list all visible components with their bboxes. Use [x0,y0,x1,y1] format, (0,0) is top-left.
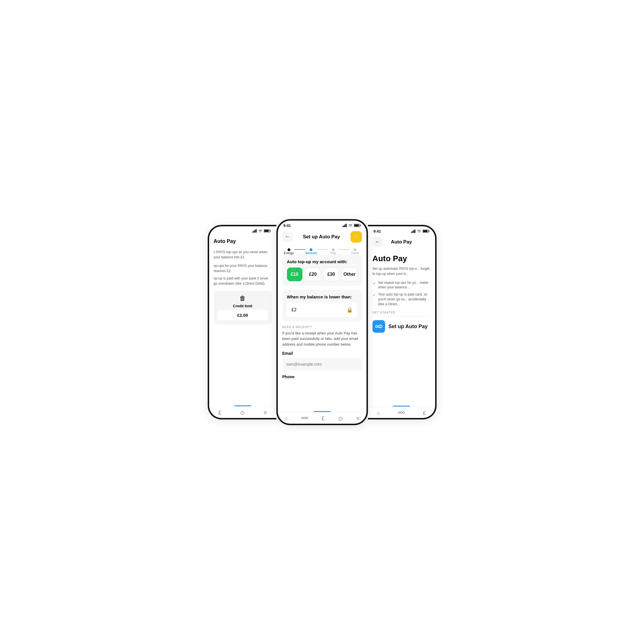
topup-card-title: Auto top-up my account with: [287,259,357,264]
center-battery-icon [354,224,361,227]
connector-3 [339,249,350,250]
step-amount-label: Amount [305,251,317,255]
left-nav-menu[interactable]: ≡ [263,409,267,416]
center-nav-header: ← Set up Auto Pay ⚡ [278,229,366,245]
topup-card: Auto top-up my account with: £10 £20 £30… [282,255,362,286]
step-done-label: Done [351,251,359,255]
right-status-icons [411,229,429,233]
center-back-button[interactable]: ← [282,232,293,242]
svg-rect-3 [256,229,257,233]
center-signal-icon [342,224,347,227]
svg-point-12 [350,226,350,227]
svg-point-17 [304,417,306,419]
svg-rect-7 [264,230,269,232]
right-wifi-icon [417,229,421,233]
svg-rect-11 [346,224,347,227]
left-content: Auto Pay c PAYG top-ups so you never whe… [209,234,276,329]
amount-10-button[interactable]: £10 [287,267,302,281]
divider [372,316,431,317]
right-nav-pound[interactable]: £ [423,410,426,416]
center-nav-activity[interactable] [301,415,308,422]
center-nav-home[interactable]: ⌂ [284,415,288,422]
step-done: Done [350,248,360,255]
svg-rect-28 [423,230,427,232]
svg-rect-21 [411,232,412,233]
email-label: Email [282,351,362,356]
center-content: Auto top-up my account with: £10 £20 £30… [278,255,366,410]
autopay-desc: Set up automatic PAYG top-u... forget to… [372,266,431,276]
right-time: 9:41 [374,229,381,233]
left-feature2: op-up is paid with your bank ll never go… [214,276,272,286]
center-phone: 9:41 [276,219,368,425]
step-amount: Amount [305,248,317,255]
svg-point-31 [403,412,405,413]
amount-buttons: £10 £20 £30 Other [287,267,357,281]
connector-2 [317,249,328,250]
get-started-label: GET STARTED [372,311,431,314]
svg-rect-23 [413,230,414,233]
email-input[interactable] [282,358,362,370]
center-status-bar: 9:41 [278,221,366,229]
right-bottom-nav: ⌂ £ [368,407,435,418]
credit-limit-box: 🗑 Credit limit £2.00 [214,291,272,324]
phone-label: Phone [282,374,362,379]
activity-icon [301,416,308,420]
right-back-icon: ← [375,239,380,245]
setup-btn-label: Set up Auto Pay [389,324,428,330]
svg-point-18 [306,417,308,419]
amount-other-button[interactable]: Other [342,267,357,281]
right-nav-home[interactable]: ⌂ [377,410,380,416]
lock-icon: 🔒 [346,307,353,313]
setup-autopay-button[interactable]: Set up Auto Pay [372,320,428,333]
right-nav-title: Auto Pay [391,239,412,245]
right-nav-activity[interactable] [398,410,405,416]
center-nav-help[interactable]: ⊙ [338,415,343,422]
center-nav-menu[interactable]: ≡ [356,415,360,422]
right-signal-icon [411,229,416,233]
receipt-text: If you'd like a receipt when your Auto P… [282,330,362,347]
svg-point-4 [260,231,260,232]
right-battery-icon [423,229,429,233]
amount-30-button[interactable]: £30 [324,267,339,281]
check-icon-2: ✓ [372,292,376,298]
right-status-bar: 9:41 [368,226,435,235]
step-pay-label: Pay [331,251,336,255]
stepper: Energy Amount Pay Done [278,245,366,255]
credit-value: £2.00 [218,310,268,320]
center-status-icons [342,224,361,227]
amount-20-button[interactable]: £20 [305,267,321,281]
svg-rect-27 [429,231,429,232]
left-title: Auto Pay [214,238,272,244]
step-pay-dot [332,248,335,251]
right-phone: 9:41 [368,225,437,419]
center-wifi-icon [348,224,353,227]
svg-point-16 [302,417,303,419]
right-back-button[interactable]: ← [372,237,383,247]
svg-rect-8 [342,226,343,227]
balance-card: When my balance is lower than: £2 🔒 [282,290,362,322]
left-nav-pound[interactable]: £ [218,409,221,416]
right-content: Auto Pay Set up automatic PAYG top-u... … [368,249,435,338]
svg-rect-6 [270,230,270,231]
infinity-icon [375,324,382,329]
center-action-button[interactable]: ⚡ [350,231,362,243]
center-nav-pound[interactable]: £ [322,415,325,422]
svg-rect-0 [252,231,253,233]
svg-point-29 [398,412,400,413]
step-energy-label: Energy [284,251,294,255]
svg-point-25 [419,232,419,233]
left-nav-help[interactable]: ⊙ [240,409,245,416]
step-amount-dot [310,248,312,251]
center-bottom-nav: ⌂ £ ⊙ ≡ [278,412,366,424]
credit-label: Credit limit [218,304,268,308]
scene: Auto Pay c PAYG top-ups so you never whe… [165,219,479,425]
step-energy: Energy [284,248,294,255]
svg-rect-24 [415,229,415,233]
trash-icon: 🗑 [218,295,268,302]
autopay-title: Auto Pay [372,254,431,263]
balance-value: £2 [292,307,297,312]
svg-rect-22 [412,231,413,233]
center-nav-title: Set up Auto Pay [303,234,340,240]
balance-card-title: When my balance is lower than: [287,294,357,299]
receipt-label: NEED A RECEIPT? [282,326,362,329]
